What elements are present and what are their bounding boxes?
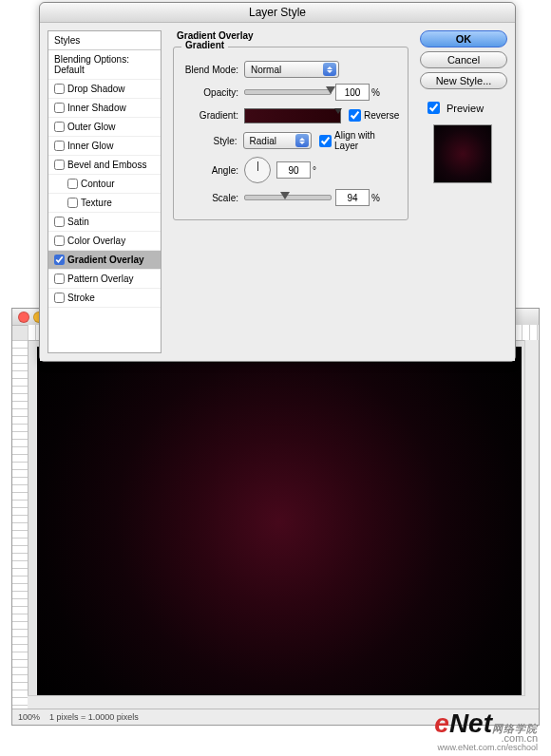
style-item-outer-glow[interactable]: Outer Glow	[48, 118, 161, 137]
ruler-vertical	[12, 340, 28, 709]
checkbox-inner-glow[interactable]	[54, 141, 65, 151]
checkbox-pattern-overlay[interactable]	[54, 274, 65, 284]
gradient-label: Gradient:	[181, 110, 238, 121]
center-panel: Gradient Overlay Gradient Blend Mode: No…	[169, 30, 412, 353]
zoom-value: 100%	[18, 712, 40, 722]
right-panel: OK Cancel New Style... Preview	[420, 30, 507, 353]
angle-wheel[interactable]	[244, 157, 271, 183]
style-item-satin[interactable]: Satin	[48, 213, 161, 232]
opacity-input[interactable]	[335, 84, 370, 101]
checkbox-color-overlay[interactable]	[54, 236, 65, 246]
document-window: 100% 1 pixels = 1.0000 pixels	[11, 308, 540, 726]
blend-mode-label: Blend Mode:	[181, 65, 238, 75]
scale-slider[interactable]	[244, 195, 332, 200]
gradient-group: Gradient Blend Mode: Normal Opacity: % G…	[173, 47, 408, 220]
ok-button[interactable]: OK	[420, 30, 507, 47]
preview-thumbnail	[433, 124, 492, 183]
canvas[interactable]	[37, 347, 522, 696]
updown-icon	[295, 134, 309, 147]
align-checkbox[interactable]	[319, 135, 332, 147]
gradient-swatch[interactable]	[244, 108, 341, 123]
checkbox-inner-shadow[interactable]	[54, 103, 65, 113]
checkbox-stroke[interactable]	[54, 293, 65, 303]
style-item-color-overlay[interactable]: Color Overlay	[48, 232, 161, 251]
style-item-texture[interactable]: Texture	[48, 194, 161, 213]
style-item-pattern-overlay[interactable]: Pattern Overlay	[48, 270, 161, 289]
updown-icon	[323, 63, 336, 76]
opacity-slider[interactable]	[244, 89, 332, 95]
style-item-drop-shadow[interactable]: Drop Shadow	[48, 80, 161, 99]
blend-mode-select[interactable]: Normal	[244, 61, 339, 78]
style-item-inner-glow[interactable]: Inner Glow	[48, 137, 161, 156]
style-item-gradient-overlay[interactable]: Gradient Overlay	[48, 251, 161, 270]
reverse-checkbox[interactable]	[349, 109, 361, 122]
styles-list: Styles Blending Options: Default Drop Sh…	[48, 30, 162, 353]
preview-label: Preview	[446, 103, 484, 114]
blending-options[interactable]: Blending Options: Default	[48, 50, 161, 80]
style-item-stroke[interactable]: Stroke	[48, 289, 161, 308]
close-icon[interactable]	[18, 312, 29, 323]
checkbox-gradient-overlay[interactable]	[54, 255, 65, 265]
status-info: 1 pixels = 1.0000 pixels	[49, 712, 139, 722]
style-item-contour[interactable]: Contour	[48, 175, 161, 194]
checkbox-contour[interactable]	[67, 179, 78, 189]
watermark: eNet网络学院 .com.cn www.eNet.com.cn/eschool	[434, 710, 538, 752]
checkbox-texture[interactable]	[67, 198, 78, 208]
dialog-title: Layer Style	[40, 3, 515, 23]
cancel-button[interactable]: Cancel	[420, 51, 507, 68]
styles-header: Styles	[48, 31, 161, 50]
angle-label: Angle:	[181, 165, 238, 176]
style-label: Style:	[181, 136, 238, 146]
scale-label: Scale:	[181, 193, 238, 203]
layer-style-dialog: Layer Style Styles Blending Options: Def…	[39, 2, 516, 362]
checkbox-drop-shadow[interactable]	[54, 84, 65, 94]
preview-checkbox[interactable]	[428, 102, 440, 114]
style-item-inner-shadow[interactable]: Inner Shadow	[48, 99, 161, 118]
new-style-button[interactable]: New Style...	[420, 72, 507, 89]
opacity-label: Opacity:	[181, 87, 238, 98]
scrollbar-horizontal[interactable]	[28, 695, 525, 709]
checkbox-bevel[interactable]	[54, 160, 65, 170]
style-select[interactable]: Radial	[243, 132, 312, 149]
style-item-bevel[interactable]: Bevel and Emboss	[48, 156, 161, 175]
gradient-legend: Gradient	[181, 40, 228, 50]
checkbox-outer-glow[interactable]	[54, 122, 65, 132]
scrollbar-vertical[interactable]	[524, 340, 539, 709]
scale-input[interactable]	[335, 189, 370, 206]
checkbox-satin[interactable]	[54, 217, 65, 227]
angle-input[interactable]	[276, 161, 311, 179]
